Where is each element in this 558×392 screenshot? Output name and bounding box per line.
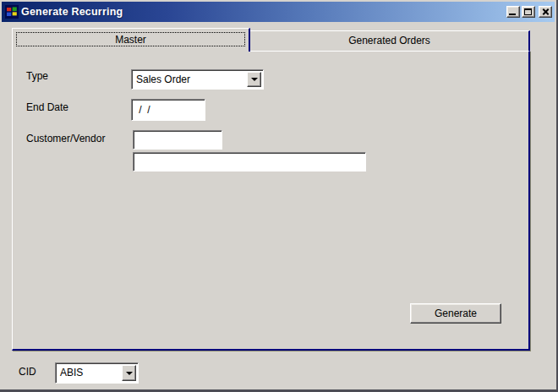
minimize-icon bbox=[509, 14, 516, 15]
minimize-button[interactable] bbox=[506, 6, 520, 18]
cid-combobox-dropdown-button[interactable] bbox=[122, 365, 136, 381]
cid-label: CID bbox=[19, 366, 36, 378]
customer-vendor-name-input[interactable] bbox=[133, 152, 366, 172]
generate-recurring-window: Generate Recurring Master Generated Orde… bbox=[0, 0, 558, 392]
chevron-down-icon bbox=[126, 372, 133, 375]
cid-combobox[interactable]: ABIS bbox=[55, 362, 139, 384]
tab-generated-orders[interactable]: Generated Orders bbox=[250, 30, 530, 51]
tab-master-label: Master bbox=[115, 34, 146, 46]
end-date-input[interactable] bbox=[131, 99, 205, 121]
maximize-button[interactable] bbox=[522, 6, 535, 18]
customer-vendor-label: Customer/Vendor bbox=[26, 133, 105, 144]
end-date-label: End Date bbox=[26, 101, 68, 113]
type-label: Type bbox=[26, 70, 48, 82]
master-tab-panel: Type Sales Order End Date Customer/Vendo… bbox=[12, 51, 530, 351]
customer-vendor-code-input[interactable] bbox=[133, 130, 222, 150]
window-title: Generate Recurring bbox=[21, 6, 123, 18]
windows-logo-icon bbox=[5, 5, 19, 19]
tab-master[interactable]: Master bbox=[12, 28, 250, 52]
close-icon bbox=[539, 7, 551, 17]
maximize-icon bbox=[524, 8, 532, 15]
titlebar[interactable]: Generate Recurring bbox=[2, 2, 555, 22]
window-controls bbox=[505, 6, 552, 18]
type-combobox-value: Sales Order bbox=[134, 72, 247, 87]
tab-generated-orders-label: Generated Orders bbox=[348, 35, 430, 46]
type-combobox-dropdown-button[interactable] bbox=[247, 72, 261, 87]
generate-button[interactable]: Generate bbox=[410, 303, 501, 324]
chevron-down-icon bbox=[251, 78, 258, 81]
close-button[interactable] bbox=[539, 6, 552, 18]
type-combobox[interactable]: Sales Order bbox=[131, 69, 264, 90]
cid-combobox-value: ABIS bbox=[57, 365, 122, 381]
